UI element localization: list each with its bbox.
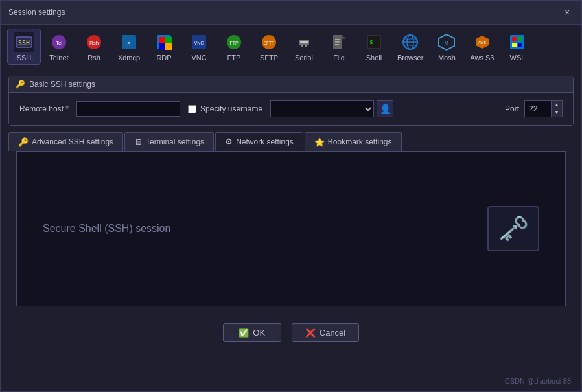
network-label: Network settings xyxy=(236,137,294,146)
terminal-label: Terminal settings xyxy=(146,137,204,146)
protocol-wsl[interactable]: WSL xyxy=(500,29,534,64)
svg-text:Tel: Tel xyxy=(56,40,62,46)
remote-host-label: Remote host * xyxy=(19,104,69,113)
rsh-label: Rsh xyxy=(87,54,100,62)
shell-icon: $ _ xyxy=(364,32,384,52)
user-icon-button[interactable]: 👤 xyxy=(377,100,393,117)
tab-bookmark[interactable]: ⭐ Bookmark settings xyxy=(305,132,402,151)
specify-username-checkbox-label[interactable]: Specify username xyxy=(188,104,262,113)
sub-tabs-area: 🔑 Advanced SSH settings 🖥 Terminal setti… xyxy=(8,132,574,306)
basic-ssh-tab-icon: 🔑 xyxy=(16,80,25,89)
advanced-ssh-icon: 🔑 xyxy=(18,137,29,147)
tab-advanced-ssh[interactable]: 🔑 Advanced SSH settings xyxy=(8,132,123,151)
protocol-file[interactable]: File xyxy=(322,29,356,64)
key-icon: 🗝️ xyxy=(498,214,529,243)
cancel-label: Cancel xyxy=(320,328,345,338)
cancel-button[interactable]: ❌ Cancel xyxy=(292,323,359,342)
protocol-mosh[interactable]: M Mosh xyxy=(430,29,463,64)
svg-text:$ _: $ _ xyxy=(369,39,380,45)
awss3-icon: AWS xyxy=(472,32,493,52)
svg-rect-12 xyxy=(165,43,172,50)
svg-text:SFTP: SFTP xyxy=(264,41,275,45)
ok-button[interactable]: ✅ OK xyxy=(223,323,281,342)
svg-rect-42 xyxy=(512,37,517,41)
close-button[interactable]: × xyxy=(561,6,574,19)
port-input[interactable] xyxy=(525,102,551,116)
key-icon-box: 🗝️ xyxy=(487,206,539,251)
svg-rect-23 xyxy=(301,45,303,47)
svg-rect-44 xyxy=(512,43,517,47)
svg-text:Rsh: Rsh xyxy=(89,40,99,46)
sftp-label: SFTP xyxy=(260,54,278,62)
network-icon: ⚙ xyxy=(225,137,233,146)
awss3-label: Aws S3 xyxy=(470,54,494,62)
bookmark-label: Bookmark settings xyxy=(328,137,392,146)
session-settings-dialog: Session settings × SSH SSH Tel Telnet Rs… xyxy=(0,0,582,392)
ok-label: OK xyxy=(253,328,265,338)
terminal-icon: 🖥 xyxy=(134,137,143,147)
protocol-shell[interactable]: $ _ Shell xyxy=(357,29,391,64)
ftp-label: FTP xyxy=(227,54,241,62)
svg-text:SSH: SSH xyxy=(18,40,30,47)
svg-rect-9 xyxy=(159,37,165,43)
title-bar: Session settings × xyxy=(1,1,581,25)
form-row: Remote host * Specify username 👤 Port xyxy=(19,100,563,117)
wsl-icon xyxy=(507,32,528,52)
content-panel: Secure Shell (SSH) session 🗝️ xyxy=(16,151,566,306)
protocol-telnet[interactable]: Tel Telnet xyxy=(42,29,76,64)
svg-rect-29 xyxy=(335,44,339,45)
telnet-icon: Tel xyxy=(49,32,69,52)
ssh-label: SSH xyxy=(17,54,32,62)
basic-ssh-body: Remote host * Specify username 👤 Port xyxy=(9,93,573,125)
bookmark-icon: ⭐ xyxy=(314,137,325,147)
svg-text:VNC: VNC xyxy=(194,41,204,45)
tab-terminal[interactable]: 🖥 Terminal settings xyxy=(124,132,214,151)
port-up-button[interactable]: ▲ xyxy=(552,101,562,109)
browser-icon xyxy=(400,32,421,52)
rdp-icon xyxy=(154,32,174,52)
port-spinner: ▲ ▼ xyxy=(551,101,562,116)
port-down-button[interactable]: ▼ xyxy=(552,109,562,117)
sftp-icon: SFTP xyxy=(259,32,279,52)
svg-rect-27 xyxy=(335,39,340,40)
protocol-rdp[interactable]: RDP xyxy=(147,29,181,64)
ftp-icon: FTP xyxy=(224,32,244,52)
file-label: File xyxy=(333,54,345,62)
tab-network[interactable]: ⚙ Network settings xyxy=(215,132,303,151)
protocol-rsh[interactable]: Rsh Rsh xyxy=(77,29,111,64)
username-combo: 👤 xyxy=(270,100,393,117)
specify-username-checkbox[interactable] xyxy=(188,105,196,113)
svg-text:AWS: AWS xyxy=(478,41,487,45)
basic-ssh-settings-panel: 🔑 Basic SSH settings Remote host * Speci… xyxy=(8,76,574,126)
ok-icon: ✅ xyxy=(239,328,249,338)
shell-label: Shell xyxy=(366,54,382,62)
file-icon xyxy=(329,32,349,52)
username-select[interactable] xyxy=(270,100,374,117)
protocol-vnc[interactable]: VNC VNC xyxy=(182,29,216,64)
protocol-xdmcp[interactable]: X Xdmcp xyxy=(112,29,146,64)
mosh-icon: M xyxy=(436,32,457,52)
sub-tabs: 🔑 Advanced SSH settings 🖥 Terminal setti… xyxy=(8,132,574,151)
vnc-label: VNC xyxy=(191,54,206,62)
protocol-awss3[interactable]: AWS Aws S3 xyxy=(465,29,499,64)
svg-rect-10 xyxy=(165,37,172,43)
remote-host-input[interactable] xyxy=(76,101,180,117)
svg-text:X: X xyxy=(127,40,131,46)
bottom-bar: ✅ OK ❌ Cancel xyxy=(1,313,581,352)
rdp-label: RDP xyxy=(156,54,171,62)
protocol-bar: SSH SSH Tel Telnet Rsh Rsh X Xdmcp xyxy=(1,25,581,69)
advanced-ssh-label: Advanced SSH settings xyxy=(32,137,113,146)
browser-label: Browser xyxy=(397,54,423,62)
svg-rect-11 xyxy=(159,43,165,50)
protocol-serial[interactable]: Serial xyxy=(287,29,321,64)
protocol-ftp[interactable]: FTP FTP xyxy=(217,29,251,64)
protocol-sftp[interactable]: SFTP SFTP xyxy=(252,29,286,64)
svg-rect-43 xyxy=(518,37,522,41)
svg-rect-24 xyxy=(305,45,307,47)
cancel-icon: ❌ xyxy=(305,328,316,338)
vnc-icon: VNC xyxy=(189,32,209,52)
protocol-ssh[interactable]: SSH SSH xyxy=(7,29,41,65)
protocol-browser[interactable]: Browser xyxy=(392,29,428,64)
svg-rect-45 xyxy=(518,43,522,47)
svg-marker-26 xyxy=(342,35,346,39)
